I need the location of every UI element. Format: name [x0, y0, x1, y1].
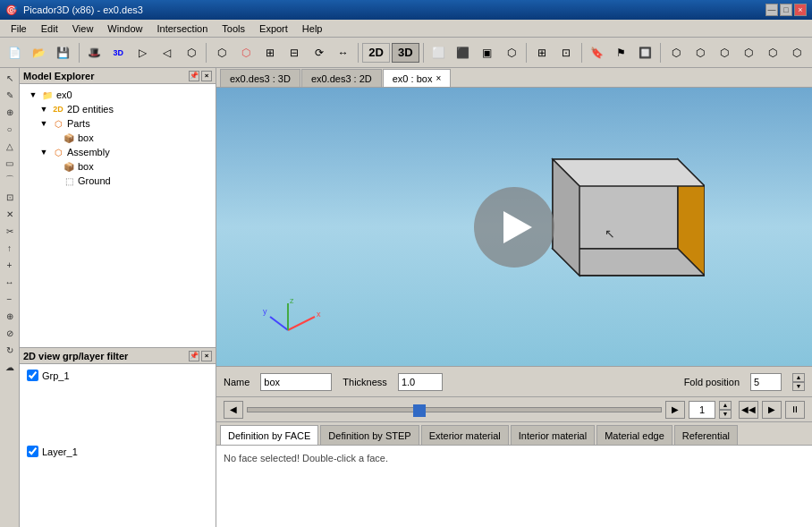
tab-2d[interactable]: ex0.des3 : 2D [301, 69, 382, 87]
lt-rect[interactable]: ▭ [2, 155, 18, 171]
tb-btn-13[interactable]: ↔ [332, 41, 354, 64]
playback-pause-btn[interactable]: ⏸ [785, 401, 805, 419]
tree-item-parts-box[interactable]: 📦 box [21, 131, 214, 145]
misc-btn-3[interactable]: ⬡ [713, 41, 735, 64]
expand-assembly[interactable]: ▼ [38, 147, 49, 157]
tab-box[interactable]: ex0 : box × [383, 69, 451, 87]
misc-btn-2[interactable]: ⬡ [689, 41, 711, 64]
close-button[interactable]: × [794, 4, 807, 16]
tree-item-ground[interactable]: ⬚ Ground [21, 174, 214, 188]
cube-wire-btn[interactable]: ▣ [476, 41, 498, 64]
playback-prev-btn[interactable]: ◀ [224, 401, 243, 419]
model-explorer-pin[interactable]: 📌 [189, 71, 199, 81]
viewport[interactable]: x y z ↖ [216, 88, 812, 366]
tree-item-ex0[interactable]: ▼ 📁 ex0 [21, 88, 214, 102]
fold-down-btn[interactable]: ▼ [792, 382, 805, 391]
open-button[interactable]: 📂 [28, 41, 50, 64]
lt-arrows[interactable]: ↔ [2, 274, 18, 290]
menu-export[interactable]: Export [252, 22, 295, 35]
tree-item-assembly[interactable]: ▼ ⬡ Assembly [21, 145, 214, 159]
tb-btn-7[interactable]: ⬡ [180, 41, 202, 64]
lt-draw[interactable]: ✎ [2, 87, 18, 103]
playback-play-btn[interactable]: ▶ [762, 401, 782, 419]
tb-btn-11[interactable]: ⊟ [283, 41, 306, 64]
playback-position-input[interactable] [689, 401, 715, 419]
misc-btn-5[interactable]: ⬡ [762, 41, 784, 64]
title-bar-controls[interactable]: — □ × [765, 4, 807, 16]
lt-arc[interactable]: ⌒ [2, 172, 18, 188]
nav-btn-2[interactable]: ⚑ [610, 41, 632, 64]
expand-parts[interactable]: ▼ [38, 118, 49, 129]
lt-scissors[interactable]: ✂ [2, 223, 18, 239]
btn-2d[interactable]: 2D [362, 43, 390, 63]
model-explorer-close[interactable]: × [201, 71, 212, 81]
layer1-item[interactable]: Layer_1 [27, 444, 208, 459]
lt-triangle[interactable]: △ [2, 138, 18, 154]
play-button[interactable] [474, 187, 554, 268]
menu-file[interactable]: File [4, 22, 34, 35]
maximize-button[interactable]: □ [780, 4, 792, 16]
minimize-button[interactable]: — [765, 4, 778, 16]
grp1-item[interactable]: Grp_1 [27, 368, 208, 383]
view-btn-1[interactable]: ⊞ [530, 41, 553, 64]
tb-btn-5[interactable]: ▷ [131, 41, 154, 64]
playback-down-btn[interactable]: ▼ [719, 410, 732, 419]
lt-arrow-up[interactable]: ↑ [2, 240, 18, 256]
tb-btn-6[interactable]: ◁ [156, 41, 178, 64]
expand-2d[interactable]: ▼ [38, 104, 49, 115]
save-button[interactable]: 💾 [52, 41, 74, 64]
fold-position-input[interactable] [750, 373, 782, 391]
misc-btn-1[interactable]: ⬡ [664, 41, 687, 64]
nav-btn-3[interactable]: 🔲 [634, 41, 656, 64]
view-filter-close[interactable]: × [201, 351, 212, 361]
mode-3d-button[interactable]: 3D [107, 41, 130, 64]
tree-item-assembly-box[interactable]: 📦 box [21, 159, 214, 174]
layer1-checkbox[interactable] [27, 446, 38, 457]
playback-next-btn[interactable]: ▶ [665, 401, 685, 419]
menu-intersection[interactable]: Intersection [149, 22, 215, 35]
playback-slider[interactable] [247, 407, 662, 412]
lt-select[interactable]: ↖ [2, 70, 18, 86]
tb-btn-9[interactable]: ⬡ [234, 41, 257, 64]
cube-shaded-btn[interactable]: ⬡ [500, 41, 522, 64]
sub-tab-referential[interactable]: Referential [674, 425, 738, 445]
menu-tools[interactable]: Tools [215, 22, 252, 35]
tree-item-parts[interactable]: ▼ ⬡ Parts [21, 116, 214, 131]
tab-3d[interactable]: ex0.des3 : 3D [220, 69, 300, 87]
cube-solid-btn[interactable]: ⬛ [452, 41, 474, 64]
lt-ban[interactable]: ⊘ [2, 325, 18, 341]
expand-ex0[interactable]: ▼ [28, 89, 38, 100]
name-input[interactable] [260, 373, 332, 391]
btn-3d[interactable]: 3D [392, 43, 419, 63]
playback-rewind-btn[interactable]: ◀◀ [739, 401, 758, 419]
lt-cross[interactable]: ✕ [2, 206, 18, 222]
tb-btn-8[interactable]: ⬡ [210, 41, 233, 64]
sub-tab-step[interactable]: Definition by STEP [320, 425, 419, 445]
lt-add2[interactable]: ⊕ [2, 308, 18, 324]
menu-view[interactable]: View [65, 22, 101, 35]
grp1-checkbox[interactable] [27, 370, 38, 381]
cube-frame-btn[interactable]: ⬜ [427, 41, 450, 64]
lt-grid[interactable]: ⊡ [2, 189, 18, 205]
lt-plus[interactable]: + [2, 257, 18, 273]
menu-window[interactable]: Window [100, 22, 149, 35]
lt-add[interactable]: ⊕ [2, 104, 18, 120]
tab-box-close[interactable]: × [436, 73, 441, 83]
nav-btn-1[interactable]: 🔖 [586, 41, 608, 64]
sub-tab-interior[interactable]: Interior material [511, 425, 595, 445]
new-button[interactable]: 📄 [4, 41, 26, 64]
view-filter-pin[interactable]: 📌 [189, 351, 199, 361]
lt-rotate[interactable]: ↻ [2, 342, 18, 358]
misc-btn-4[interactable]: ⬡ [738, 41, 760, 64]
view-btn-2[interactable]: ⊡ [554, 41, 577, 64]
sub-tab-face[interactable]: Definition by FACE [220, 425, 318, 445]
tb-btn-12[interactable]: ⟳ [308, 41, 330, 64]
menu-help[interactable]: Help [295, 22, 330, 35]
fold-up-btn[interactable]: ▲ [792, 373, 805, 382]
lt-cloud[interactable]: ☁ [2, 359, 18, 375]
hat-button[interactable]: 🎩 [82, 41, 105, 64]
thickness-input[interactable] [398, 373, 443, 391]
lt-minus[interactable]: − [2, 291, 18, 307]
menu-edit[interactable]: Edit [34, 22, 65, 35]
sub-tab-edge[interactable]: Material edge [596, 425, 672, 445]
